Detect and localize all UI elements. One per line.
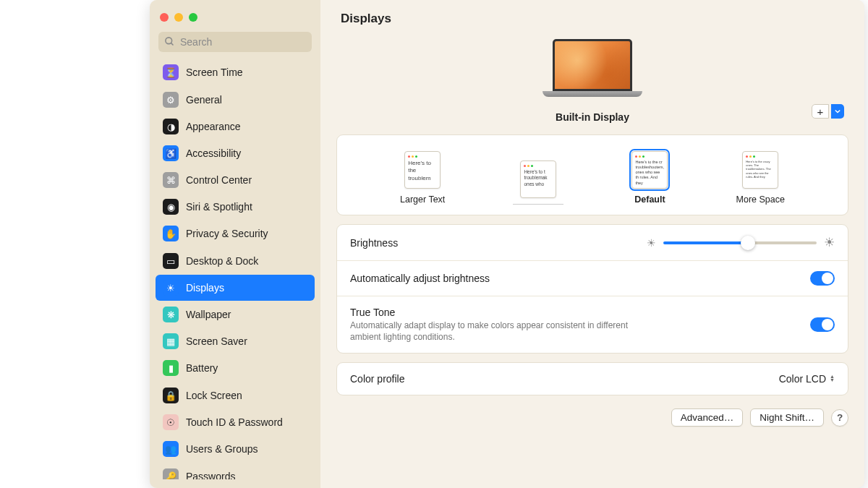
- sidebar-item-label: Screen Time: [186, 67, 243, 78]
- brightness-row: Brightness ☀ ☀: [337, 225, 848, 261]
- laptop-icon: [542, 39, 642, 103]
- window-controls: [156, 9, 315, 32]
- true-tone-label: True Tone: [350, 307, 654, 318]
- main-content: Displays Built-in Display + Here's to th…: [320, 0, 864, 488]
- sidebar-item-label: Appearance: [186, 121, 241, 132]
- color-profile-panel: Color profile Color LCD ▲▼: [336, 362, 848, 395]
- minimize-icon[interactable]: [174, 13, 183, 22]
- sidebar-item-passwords[interactable]: 🔑Passwords: [156, 463, 315, 479]
- sidebar-item-accessibility[interactable]: ♿Accessibility: [156, 140, 315, 166]
- sidebar-item-label: Passwords: [186, 471, 235, 479]
- sidebar-item-label: Touch ID & Password: [186, 416, 283, 428]
- footer-buttons: Advanced… Night Shift… ?: [320, 404, 864, 440]
- resolution-options: Here's to the troublem Larger Text Here'…: [337, 135, 848, 215]
- resolution-label: Default: [634, 194, 665, 205]
- auto-brightness-toggle[interactable]: [810, 271, 835, 286]
- svg-line-1: [171, 43, 173, 45]
- sidebar-item-desktop-dock[interactable]: ▭Desktop & Dock: [156, 248, 315, 274]
- sidebar-item-label: Control Center: [186, 174, 252, 186]
- color-profile-select[interactable]: Color LCD ▲▼: [779, 373, 835, 385]
- resolution-panel: Here's to the troublem Larger Text Here'…: [336, 134, 848, 215]
- sidebar-nav: ⏳Screen Time⚙General◑Appearance♿Accessib…: [156, 59, 315, 479]
- sidebar-item-label: General: [186, 94, 222, 106]
- true-tone-row: True Tone Automatically adapt display to…: [337, 296, 848, 353]
- resolution-line: [513, 204, 563, 205]
- sidebar-item-battery[interactable]: ▮Battery: [156, 355, 315, 381]
- sidebar-item-touch-id-password[interactable]: ☉Touch ID & Password: [156, 409, 315, 435]
- privacy-security-icon: ✋: [163, 226, 179, 241]
- slider-thumb[interactable]: [741, 236, 755, 250]
- displays-icon: ☀: [163, 280, 179, 296]
- sidebar-item-label: Displays: [186, 282, 224, 294]
- add-display-dropdown[interactable]: [831, 104, 844, 119]
- screen-saver-icon: ▦: [163, 333, 179, 349]
- sidebar-item-label: Privacy & Security: [186, 228, 268, 239]
- sidebar-item-general[interactable]: ⚙General: [156, 87, 315, 113]
- brightness-slider[interactable]: [663, 241, 817, 244]
- users-groups-icon: 👥: [163, 441, 179, 457]
- passwords-icon: 🔑: [163, 468, 179, 479]
- appearance-icon: ◑: [163, 119, 179, 134]
- brightness-slider-wrap: ☀ ☀: [647, 235, 835, 250]
- display-name: Built-in Display: [556, 111, 629, 123]
- sidebar-item-control-center[interactable]: ⌘Control Center: [156, 167, 315, 193]
- advanced-button[interactable]: Advanced…: [671, 408, 744, 427]
- control-center-icon: ⌘: [163, 172, 179, 188]
- fullscreen-icon[interactable]: [189, 13, 197, 22]
- brightness-panel: Brightness ☀ ☀ Automatically adjust brig…: [336, 224, 848, 354]
- display-preview: Built-in Display +: [320, 33, 864, 134]
- close-icon[interactable]: [160, 13, 169, 22]
- help-button[interactable]: ?: [831, 409, 848, 427]
- color-profile-label: Color profile: [350, 373, 404, 385]
- sidebar-item-users-groups[interactable]: 👥Users & Groups: [156, 436, 315, 462]
- chevron-updown-icon: ▲▼: [830, 375, 835, 382]
- sidebar-item-label: Accessibility: [186, 147, 241, 159]
- resolution-step-2[interactable]: Here's to t troublemak ones who: [513, 160, 563, 205]
- lock-screen-icon: 🔒: [163, 388, 179, 403]
- general-icon: ⚙: [163, 92, 179, 108]
- add-display-button[interactable]: +: [812, 104, 829, 119]
- wallpaper-icon: ❋: [163, 307, 179, 322]
- search-wrap: [158, 32, 312, 52]
- sidebar-item-siri-spotlight[interactable]: ◉Siri & Spotlight: [156, 194, 315, 220]
- color-profile-value: Color LCD: [779, 373, 826, 385]
- preview-text: Here's to the cr troubleshooters, ones w…: [635, 160, 663, 185]
- add-display-controls: +: [812, 104, 844, 119]
- sidebar-item-screen-time[interactable]: ⏳Screen Time: [156, 59, 315, 85]
- accessibility-icon: ♿: [163, 145, 179, 161]
- brightness-high-icon: ☀: [824, 235, 835, 250]
- sidebar-item-label: Users & Groups: [186, 443, 258, 455]
- battery-icon: ▮: [163, 360, 179, 376]
- sidebar-item-label: Lock Screen: [186, 390, 242, 401]
- sidebar-item-screen-saver[interactable]: ▦Screen Saver: [156, 328, 315, 354]
- sidebar-item-displays[interactable]: ☀Displays: [156, 275, 315, 301]
- sidebar-item-label: Screen Saver: [186, 335, 247, 347]
- auto-brightness-row: Automatically adjust brightness: [337, 261, 848, 296]
- auto-brightness-label: Automatically adjust brightness: [350, 273, 490, 284]
- sidebar-item-appearance[interactable]: ◑Appearance: [156, 114, 315, 140]
- sidebar-item-label: Wallpaper: [186, 309, 231, 320]
- sidebar-item-privacy-security[interactable]: ✋Privacy & Security: [156, 221, 315, 247]
- true-tone-toggle[interactable]: [810, 317, 835, 332]
- true-tone-description: Automatically adapt display to make colo…: [350, 320, 654, 343]
- sidebar-item-lock-screen[interactable]: 🔒Lock Screen: [156, 382, 315, 408]
- sidebar-item-label: Battery: [186, 362, 218, 374]
- search-icon: [164, 36, 175, 50]
- search-input[interactable]: [158, 32, 312, 52]
- siri-spotlight-icon: ◉: [163, 199, 179, 215]
- night-shift-button[interactable]: Night Shift…: [750, 408, 824, 427]
- resolution-label: More Space: [736, 194, 785, 205]
- resolution-label: Larger Text: [400, 194, 445, 205]
- resolution-more-space[interactable]: Here's to the crazy ones. The troublemak…: [736, 151, 785, 205]
- settings-window: ⏳Screen Time⚙General◑Appearance♿Accessib…: [150, 0, 864, 488]
- sidebar-item-wallpaper[interactable]: ❋Wallpaper: [156, 301, 315, 328]
- page-title: Displays: [320, 0, 864, 33]
- svg-point-0: [166, 38, 172, 44]
- sidebar: ⏳Screen Time⚙General◑Appearance♿Accessib…: [150, 0, 320, 488]
- resolution-larger-text[interactable]: Here's to the troublem Larger Text: [400, 151, 445, 205]
- sidebar-item-label: Desktop & Dock: [186, 255, 258, 267]
- sidebar-item-label: Siri & Spotlight: [186, 201, 252, 213]
- color-profile-row: Color profile Color LCD ▲▼: [337, 363, 848, 395]
- resolution-default[interactable]: Here's to the cr troubleshooters, ones w…: [631, 151, 668, 205]
- preview-text: Here's to the troublem: [408, 160, 431, 181]
